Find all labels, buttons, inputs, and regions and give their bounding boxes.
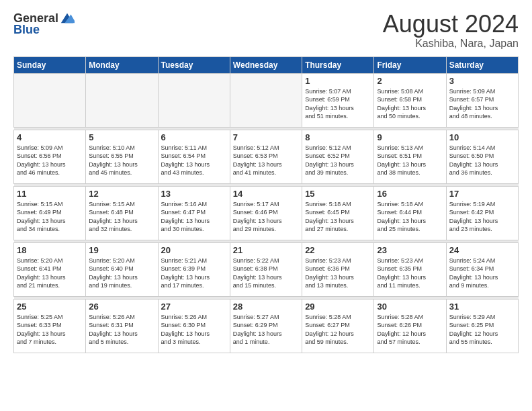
day-number: 28 bbox=[233, 302, 299, 312]
calendar-cell: 9Sunrise: 5:13 AM Sunset: 6:51 PM Daylig… bbox=[374, 130, 446, 183]
day-number: 30 bbox=[377, 302, 443, 312]
calendar-cell: 27Sunrise: 5:26 AM Sunset: 6:30 PM Dayli… bbox=[158, 299, 230, 353]
day-info: Sunrise: 5:26 AM Sunset: 6:31 PM Dayligh… bbox=[89, 313, 154, 347]
calendar-cell: 29Sunrise: 5:28 AM Sunset: 6:27 PM Dayli… bbox=[302, 299, 374, 353]
calendar-cell: 2Sunrise: 5:08 AM Sunset: 6:58 PM Daylig… bbox=[374, 73, 446, 127]
calendar-cell: 28Sunrise: 5:27 AM Sunset: 6:29 PM Dayli… bbox=[230, 299, 302, 353]
day-info: Sunrise: 5:09 AM Sunset: 6:56 PM Dayligh… bbox=[17, 144, 83, 177]
calendar-cell: 19Sunrise: 5:20 AM Sunset: 6:40 PM Dayli… bbox=[86, 242, 158, 296]
day-info: Sunrise: 5:29 AM Sunset: 6:25 PM Dayligh… bbox=[449, 313, 515, 347]
day-number: 29 bbox=[305, 302, 371, 312]
day-info: Sunrise: 5:15 AM Sunset: 6:48 PM Dayligh… bbox=[89, 200, 154, 234]
day-info: Sunrise: 5:13 AM Sunset: 6:51 PM Dayligh… bbox=[377, 144, 443, 177]
day-info: Sunrise: 5:23 AM Sunset: 6:35 PM Dayligh… bbox=[377, 257, 443, 290]
calendar-cell: 21Sunrise: 5:22 AM Sunset: 6:38 PM Dayli… bbox=[230, 242, 302, 296]
day-info: Sunrise: 5:28 AM Sunset: 6:27 PM Dayligh… bbox=[305, 313, 371, 347]
day-number: 25 bbox=[17, 302, 83, 312]
day-number: 9 bbox=[377, 132, 443, 142]
day-info: Sunrise: 5:18 AM Sunset: 6:44 PM Dayligh… bbox=[377, 200, 443, 234]
day-info: Sunrise: 5:14 AM Sunset: 6:50 PM Dayligh… bbox=[449, 144, 515, 177]
logo: General Blue bbox=[13, 11, 75, 37]
calendar-cell: 4Sunrise: 5:09 AM Sunset: 6:56 PM Daylig… bbox=[14, 130, 86, 183]
calendar-cell: 16Sunrise: 5:18 AM Sunset: 6:44 PM Dayli… bbox=[374, 186, 446, 240]
calendar-cell: 6Sunrise: 5:11 AM Sunset: 6:54 PM Daylig… bbox=[158, 130, 230, 183]
day-number: 4 bbox=[17, 132, 83, 142]
calendar-cell: 14Sunrise: 5:17 AM Sunset: 6:46 PM Dayli… bbox=[230, 186, 302, 240]
week-row-3: 11Sunrise: 5:15 AM Sunset: 6:49 PM Dayli… bbox=[14, 186, 519, 240]
header-monday: Monday bbox=[86, 56, 158, 73]
calendar-cell: 17Sunrise: 5:19 AM Sunset: 6:42 PM Dayli… bbox=[446, 186, 518, 240]
calendar-cell: 8Sunrise: 5:12 AM Sunset: 6:52 PM Daylig… bbox=[302, 130, 374, 183]
title-area: August 2024 Kashiba, Nara, Japan bbox=[383, 11, 519, 50]
calendar-cell: 5Sunrise: 5:10 AM Sunset: 6:55 PM Daylig… bbox=[86, 130, 158, 183]
calendar-cell: 13Sunrise: 5:16 AM Sunset: 6:47 PM Dayli… bbox=[158, 186, 230, 240]
calendar-cell: 22Sunrise: 5:23 AM Sunset: 6:36 PM Dayli… bbox=[302, 242, 374, 296]
header-thursday: Thursday bbox=[302, 56, 374, 73]
day-info: Sunrise: 5:28 AM Sunset: 6:26 PM Dayligh… bbox=[377, 313, 443, 347]
day-number: 19 bbox=[89, 245, 154, 255]
week-row-2: 4Sunrise: 5:09 AM Sunset: 6:56 PM Daylig… bbox=[14, 130, 519, 183]
day-info: Sunrise: 5:19 AM Sunset: 6:42 PM Dayligh… bbox=[449, 200, 515, 234]
day-info: Sunrise: 5:11 AM Sunset: 6:54 PM Dayligh… bbox=[161, 144, 227, 177]
day-number: 24 bbox=[449, 245, 515, 255]
day-number: 1 bbox=[305, 76, 371, 86]
day-info: Sunrise: 5:10 AM Sunset: 6:55 PM Dayligh… bbox=[89, 144, 154, 177]
day-number: 15 bbox=[305, 189, 371, 199]
calendar-cell: 7Sunrise: 5:12 AM Sunset: 6:53 PM Daylig… bbox=[230, 130, 302, 183]
day-number: 18 bbox=[17, 245, 83, 255]
day-info: Sunrise: 5:12 AM Sunset: 6:52 PM Dayligh… bbox=[305, 144, 371, 177]
day-info: Sunrise: 5:26 AM Sunset: 6:30 PM Dayligh… bbox=[161, 313, 227, 347]
day-number: 3 bbox=[449, 76, 515, 86]
calendar-cell: 31Sunrise: 5:29 AM Sunset: 6:25 PM Dayli… bbox=[446, 299, 518, 353]
main-title: August 2024 bbox=[383, 11, 519, 38]
day-info: Sunrise: 5:17 AM Sunset: 6:46 PM Dayligh… bbox=[233, 200, 299, 234]
calendar-cell bbox=[86, 73, 158, 127]
calendar-cell bbox=[230, 73, 302, 127]
day-number: 10 bbox=[449, 132, 515, 142]
calendar-cell: 1Sunrise: 5:07 AM Sunset: 6:59 PM Daylig… bbox=[302, 73, 374, 127]
calendar-cell bbox=[158, 73, 230, 127]
day-info: Sunrise: 5:20 AM Sunset: 6:41 PM Dayligh… bbox=[17, 257, 83, 290]
day-info: Sunrise: 5:15 AM Sunset: 6:49 PM Dayligh… bbox=[17, 200, 83, 234]
header-saturday: Saturday bbox=[446, 56, 518, 73]
header-tuesday: Tuesday bbox=[158, 56, 230, 73]
day-info: Sunrise: 5:24 AM Sunset: 6:34 PM Dayligh… bbox=[449, 257, 515, 290]
day-info: Sunrise: 5:21 AM Sunset: 6:39 PM Dayligh… bbox=[161, 257, 227, 290]
day-number: 20 bbox=[161, 245, 227, 255]
calendar-cell: 23Sunrise: 5:23 AM Sunset: 6:35 PM Dayli… bbox=[374, 242, 446, 296]
calendar-cell bbox=[14, 73, 86, 127]
calendar-cell: 30Sunrise: 5:28 AM Sunset: 6:26 PM Dayli… bbox=[374, 299, 446, 353]
calendar-cell: 12Sunrise: 5:15 AM Sunset: 6:48 PM Dayli… bbox=[86, 186, 158, 240]
day-info: Sunrise: 5:07 AM Sunset: 6:59 PM Dayligh… bbox=[305, 87, 371, 121]
day-info: Sunrise: 5:22 AM Sunset: 6:38 PM Dayligh… bbox=[233, 257, 299, 290]
logo-blue: Blue bbox=[13, 23, 40, 37]
calendar-cell: 26Sunrise: 5:26 AM Sunset: 6:31 PM Dayli… bbox=[86, 299, 158, 353]
day-number: 8 bbox=[305, 132, 371, 142]
calendar-cell: 24Sunrise: 5:24 AM Sunset: 6:34 PM Dayli… bbox=[446, 242, 518, 296]
day-number: 21 bbox=[233, 245, 299, 255]
header-sunday: Sunday bbox=[14, 56, 86, 73]
week-row-1: 1Sunrise: 5:07 AM Sunset: 6:59 PM Daylig… bbox=[14, 73, 519, 127]
calendar: Sunday Monday Tuesday Wednesday Thursday… bbox=[13, 56, 519, 353]
calendar-cell: 15Sunrise: 5:18 AM Sunset: 6:45 PM Dayli… bbox=[302, 186, 374, 240]
day-number: 11 bbox=[17, 189, 83, 199]
day-number: 14 bbox=[233, 189, 299, 199]
calendar-cell: 10Sunrise: 5:14 AM Sunset: 6:50 PM Dayli… bbox=[446, 130, 518, 183]
day-number: 13 bbox=[161, 189, 227, 199]
day-number: 17 bbox=[449, 189, 515, 199]
day-number: 5 bbox=[89, 132, 154, 142]
weekday-header-row: Sunday Monday Tuesday Wednesday Thursday… bbox=[14, 56, 519, 73]
day-number: 7 bbox=[233, 132, 299, 142]
day-info: Sunrise: 5:18 AM Sunset: 6:45 PM Dayligh… bbox=[305, 200, 371, 234]
logo-icon bbox=[60, 11, 75, 26]
day-number: 31 bbox=[449, 302, 515, 312]
page: General Blue August 2024 Kashiba, Nara, … bbox=[0, 0, 532, 411]
header-wednesday: Wednesday bbox=[230, 56, 302, 73]
day-info: Sunrise: 5:23 AM Sunset: 6:36 PM Dayligh… bbox=[305, 257, 371, 290]
week-row-5: 25Sunrise: 5:25 AM Sunset: 6:33 PM Dayli… bbox=[14, 299, 519, 353]
day-number: 23 bbox=[377, 245, 443, 255]
header-friday: Friday bbox=[374, 56, 446, 73]
day-number: 26 bbox=[89, 302, 154, 312]
calendar-cell: 20Sunrise: 5:21 AM Sunset: 6:39 PM Dayli… bbox=[158, 242, 230, 296]
day-number: 27 bbox=[161, 302, 227, 312]
